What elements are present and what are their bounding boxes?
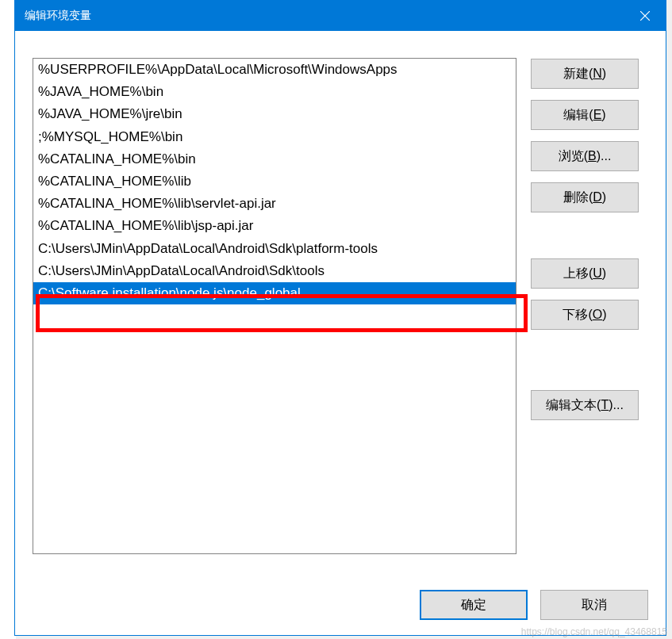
list-item[interactable]: %JAVA_HOME%\bin	[33, 81, 516, 103]
btn-key: T	[601, 398, 609, 412]
close-icon	[640, 11, 650, 21]
btn-key: D	[593, 190, 602, 205]
dialog-footer: 确定 取消	[15, 575, 666, 635]
edit-button[interactable]: 编辑(E)	[531, 100, 639, 130]
list-item[interactable]: %JAVA_HOME%\jre\bin	[33, 103, 516, 125]
cancel-button[interactable]: 取消	[540, 590, 648, 620]
move-up-button[interactable]: 上移(U)	[531, 258, 639, 289]
btn-suffix: )	[602, 266, 606, 281]
ok-button[interactable]: 确定	[420, 590, 528, 620]
close-button[interactable]	[624, 1, 666, 31]
btn-text: 删除(	[563, 189, 593, 206]
list-item[interactable]: %CATALINA_HOME%\bin	[33, 148, 516, 170]
list-item[interactable]: C:\Users\JMin\AppData\Local\Android\Sdk\…	[33, 238, 516, 260]
list-item[interactable]: ;%MYSQL_HOME%\bin	[33, 126, 516, 148]
list-item[interactable]: %CATALINA_HOME%\lib\servlet-api.jar	[33, 193, 516, 215]
list-item[interactable]: %CATALINA_HOME%\lib\jsp-api.jar	[33, 215, 516, 237]
btn-key: B	[588, 149, 597, 163]
btn-suffix: )	[602, 67, 606, 81]
spacer	[531, 224, 639, 247]
list-item[interactable]: %USERPROFILE%\AppData\Local\Microsoft\Wi…	[33, 59, 516, 81]
btn-text: 下移(	[563, 307, 592, 323]
dialog-body: %USERPROFILE%\AppData\Local\Microsoft\Wi…	[15, 31, 666, 575]
list-item[interactable]: C:\Users\JMin\AppData\Local\Android\Sdk\…	[33, 260, 516, 282]
browse-button[interactable]: 浏览(B)...	[531, 141, 639, 171]
list-item[interactable]: C:\Software installation\node.js\node_gl…	[33, 282, 516, 304]
btn-key: O	[593, 308, 602, 322]
btn-key: E	[593, 108, 602, 122]
path-list[interactable]: %USERPROFILE%\AppData\Local\Microsoft\Wi…	[33, 58, 516, 554]
btn-suffix: )...	[597, 149, 612, 163]
btn-suffix: )	[601, 108, 605, 122]
spacer	[531, 341, 639, 379]
edit-env-dialog: 编辑环境变量 %USERPROFILE%\AppData\Local\Micro…	[14, 0, 666, 636]
btn-key: N	[593, 67, 602, 81]
btn-suffix: )	[602, 308, 606, 322]
new-button[interactable]: 新建(N)	[531, 59, 639, 89]
btn-text: 浏览(	[559, 148, 588, 165]
titlebar: 编辑环境变量	[15, 1, 666, 31]
delete-button[interactable]: 删除(D)	[531, 182, 639, 212]
window-title: 编辑环境变量	[25, 9, 91, 23]
btn-text: 编辑(	[563, 107, 593, 124]
side-buttons: 新建(N) 编辑(E) 浏览(B)... 删除(D) 上移(U) 下移(O) 编…	[531, 58, 639, 565]
btn-text: 编辑文本(	[546, 397, 601, 414]
move-down-button[interactable]: 下移(O)	[531, 300, 639, 330]
edit-text-button[interactable]: 编辑文本(T)...	[531, 390, 639, 420]
list-item[interactable]: %CATALINA_HOME%\lib	[33, 170, 516, 193]
btn-text: 新建(	[563, 66, 593, 82]
background-partial	[0, 0, 16, 639]
btn-key: U	[593, 266, 602, 281]
btn-text: 上移(	[563, 266, 593, 282]
btn-suffix: )	[602, 190, 606, 205]
btn-suffix: )...	[609, 398, 624, 412]
